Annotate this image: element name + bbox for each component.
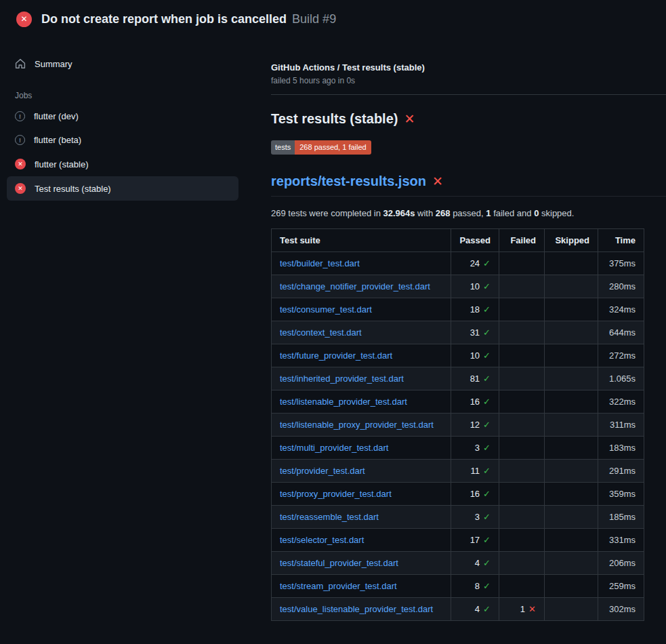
passed-cell: 8✓ — [451, 575, 499, 598]
passed-count: 16 — [470, 397, 480, 407]
test-suite-link[interactable]: test/reassemble_test.dart — [280, 512, 379, 522]
summary-duration: 32.964s — [383, 208, 415, 218]
passed-count: 18 — [470, 304, 480, 315]
suite-cell: test/builder_test.dart — [272, 252, 451, 275]
test-suite-link[interactable]: test/future_provider_test.dart — [280, 350, 392, 361]
time-cell: 183ms — [598, 437, 644, 460]
summary-part: with — [415, 208, 435, 218]
check-icon: ✓ — [483, 374, 491, 384]
sidebar-item-job[interactable]: ✕Test results (stable) — [7, 176, 238, 201]
passed-cell: 12✓ — [451, 414, 499, 437]
failed-cell: 1✕ — [499, 598, 545, 621]
failed-cell — [499, 252, 545, 275]
time-cell: 272ms — [598, 344, 644, 367]
section-title: Test results (stable) ✕ — [271, 111, 666, 127]
table-header-row: Test suite Passed Failed Skipped Time — [272, 229, 644, 252]
passed-cell: 4✓ — [451, 552, 499, 575]
divider — [271, 94, 666, 95]
time-cell: 302ms — [598, 598, 644, 621]
skipped-cell — [545, 367, 598, 390]
test-suite-link[interactable]: test/multi_provider_test.dart — [280, 443, 388, 453]
jobs-list: !flutter (dev)!flutter (beta)✕flutter (s… — [7, 104, 238, 201]
sidebar-item-job[interactable]: !flutter (beta) — [7, 128, 238, 152]
test-suite-link[interactable]: test/inherited_provider_test.dart — [280, 374, 404, 384]
report-title-link[interactable]: reports/test-results.json — [271, 174, 426, 189]
test-suite-link[interactable]: test/listenable_proxy_provider_test.dart — [280, 420, 434, 430]
page-title: Do not create report when job is cancell… — [41, 12, 287, 26]
time-cell: 324ms — [598, 298, 644, 321]
badge-label: tests — [271, 140, 295, 155]
passed-count: 8 — [475, 581, 480, 591]
job-label: Test results (stable) — [35, 184, 111, 194]
sidebar-item-job[interactable]: ✕flutter (stable) — [7, 152, 238, 176]
failed-cell — [499, 483, 545, 506]
passed-count: 4 — [475, 558, 480, 568]
skipped-cell — [545, 414, 598, 437]
skipped-cell — [545, 344, 598, 367]
passed-cell: 3✓ — [451, 437, 499, 460]
summary-part: failed and — [491, 208, 535, 218]
test-suite-link[interactable]: test/listenable_provider_test.dart — [280, 397, 407, 407]
test-suite-link[interactable]: test/value_listenable_provider_test.dart — [280, 604, 433, 614]
table-row: test/consumer_test.dart18✓324ms — [272, 298, 644, 321]
summary-failed-count: 1 — [486, 208, 491, 218]
failed-cell — [499, 298, 545, 321]
table-row: test/multi_provider_test.dart3✓183ms — [272, 437, 644, 460]
check-icon: ✓ — [483, 420, 491, 430]
skipped-cell — [545, 252, 598, 275]
skipped-cell — [545, 483, 598, 506]
passed-cell: 17✓ — [451, 529, 499, 552]
badge-value: 268 passed, 1 failed — [295, 140, 371, 155]
summary-text: 269 tests were completed in 32.964s with… — [271, 208, 666, 218]
column-header-skipped: Skipped — [545, 229, 598, 252]
check-icon: ✓ — [483, 350, 491, 361]
skipped-cell — [545, 390, 598, 414]
table-row: test/inherited_provider_test.dart81✓1.06… — [272, 367, 644, 390]
x-icon: ✕ — [528, 604, 536, 614]
passed-count: 24 — [470, 258, 480, 268]
skipped-cell — [545, 575, 598, 598]
time-cell: 322ms — [598, 390, 644, 414]
passed-count: 31 — [470, 327, 480, 338]
failed-cell — [499, 506, 545, 529]
sidebar-item-job[interactable]: !flutter (dev) — [7, 104, 238, 128]
test-suite-link[interactable]: test/stream_provider_test.dart — [280, 581, 397, 591]
test-results-table: Test suite Passed Failed Skipped Time te… — [271, 228, 644, 621]
breadcrumb: GitHub Actions / Test results (stable) — [271, 62, 666, 73]
suite-cell: test/reassemble_test.dart — [272, 506, 451, 529]
job-label: flutter (dev) — [34, 111, 79, 121]
passed-cell: 16✓ — [451, 390, 499, 414]
test-suite-link[interactable]: test/stateful_provider_test.dart — [280, 558, 398, 568]
time-cell: 291ms — [598, 460, 644, 483]
test-suite-link[interactable]: test/change_notifier_provider_test.dart — [280, 281, 430, 291]
suite-cell: test/context_test.dart — [272, 321, 451, 344]
column-header-passed: Passed — [451, 229, 499, 252]
passed-count: 3 — [475, 512, 480, 522]
sidebar-item-summary[interactable]: Summary — [7, 52, 238, 76]
test-suite-link[interactable]: test/proxy_provider_test.dart — [280, 489, 392, 499]
column-header-time: Time — [598, 229, 644, 252]
check-icon: ✓ — [483, 304, 491, 315]
time-cell: 375ms — [598, 252, 644, 275]
table-row: test/proxy_provider_test.dart16✓359ms — [272, 483, 644, 506]
time-cell: 185ms — [598, 506, 644, 529]
passed-cell: 24✓ — [451, 252, 499, 275]
passed-count: 16 — [470, 489, 480, 499]
skipped-cell — [545, 460, 598, 483]
time-cell: 206ms — [598, 552, 644, 575]
passed-count: 81 — [470, 374, 480, 384]
test-suite-link[interactable]: test/selector_test.dart — [280, 535, 364, 545]
test-suite-link[interactable]: test/provider_test.dart — [280, 466, 365, 476]
check-icon: ✓ — [483, 466, 491, 476]
check-icon: ✓ — [483, 581, 491, 591]
failed-cell — [499, 529, 545, 552]
time-cell: 280ms — [598, 275, 644, 298]
test-suite-link[interactable]: test/context_test.dart — [280, 327, 362, 338]
report-title: reports/test-results.json ✕ — [271, 174, 666, 197]
job-label: flutter (stable) — [35, 159, 88, 169]
skipped-cell — [545, 275, 598, 298]
test-suite-link[interactable]: test/builder_test.dart — [280, 258, 360, 268]
test-suite-link[interactable]: test/consumer_test.dart — [280, 304, 372, 315]
skipped-cell — [545, 529, 598, 552]
table-row: test/value_listenable_provider_test.dart… — [272, 598, 644, 621]
